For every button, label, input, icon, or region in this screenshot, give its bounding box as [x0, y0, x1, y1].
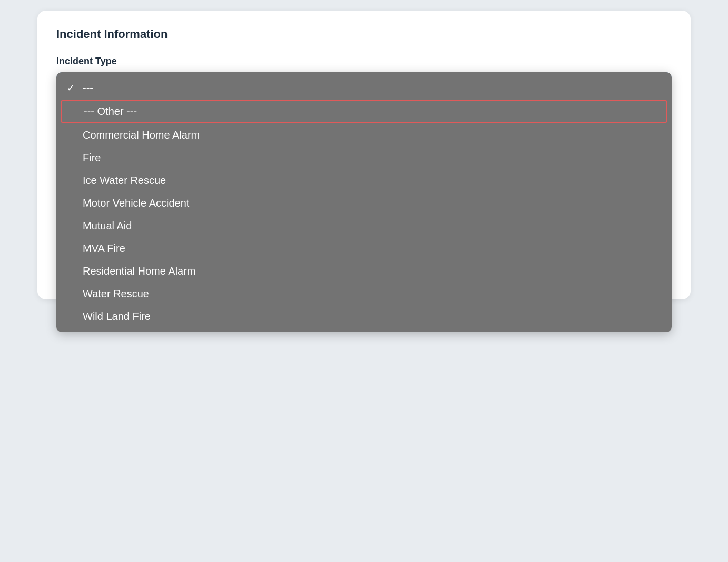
- section-title: Incident Information: [56, 27, 672, 41]
- dropdown-item-residential[interactable]: Residential Home Alarm: [56, 260, 672, 283]
- incident-type-dropdown[interactable]: ✓ --- --- Other --- Commercial Home Alar…: [56, 72, 672, 332]
- incident-type-label: Incident Type: [56, 56, 672, 67]
- incident-form-card: Incident Information Incident Type --- ✓…: [37, 11, 691, 299]
- dropdown-item-mutual-aid[interactable]: Mutual Aid: [56, 215, 672, 237]
- no-checkmark: [68, 106, 78, 117]
- dropdown-item-water-rescue[interactable]: Water Rescue: [56, 283, 672, 305]
- dropdown-item-wild-land[interactable]: Wild Land Fire: [56, 305, 672, 328]
- dropdown-item-ice-water[interactable]: Ice Water Rescue: [56, 169, 672, 192]
- dropdown-item-motor-vehicle[interactable]: Motor Vehicle Accident: [56, 192, 672, 215]
- dropdown-item-other[interactable]: --- Other ---: [61, 100, 667, 123]
- dropdown-item-commercial[interactable]: Commercial Home Alarm: [56, 124, 672, 147]
- dropdown-item-mva-fire[interactable]: MVA Fire: [56, 237, 672, 260]
- incident-type-section: --- ✓ --- --- Other --- Commercial Home …: [56, 72, 672, 101]
- dropdown-item-fire[interactable]: Fire: [56, 147, 672, 169]
- checkmark-icon: ✓: [67, 82, 77, 94]
- dropdown-item-blank[interactable]: ✓ ---: [56, 76, 672, 99]
